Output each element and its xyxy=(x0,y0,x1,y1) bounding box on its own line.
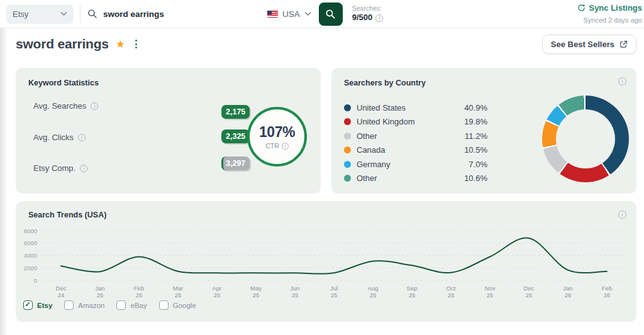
searches-quota-label: Searches: xyxy=(352,4,384,13)
svg-text:Feb26: Feb26 xyxy=(602,285,612,299)
stat-value-badge: 2,175 xyxy=(221,105,250,119)
checkbox-icon xyxy=(64,300,74,310)
stat-label: Avg. Searches xyxy=(33,101,86,111)
searchers-by-country-card: Searchers by Country United States 40.9%… xyxy=(331,68,636,194)
stat-row-avg-clicks: Avg. Clicks xyxy=(33,133,86,142)
legend-label: Other xyxy=(357,131,456,141)
stat-row-etsy-comp: Etsy Comp. xyxy=(33,163,87,173)
search-trends-card: Search Trends (USA) 02000400060008000Dec… xyxy=(16,201,636,322)
svg-text:Feb25: Feb25 xyxy=(134,285,144,299)
legend-row: Canada 10.5% xyxy=(344,143,487,158)
svg-text:0: 0 xyxy=(34,277,37,284)
checkbox-icon xyxy=(116,300,126,310)
legend-pct: 10.6% xyxy=(456,173,487,183)
legend-pct: 19.8% xyxy=(456,117,487,126)
country-donut-chart xyxy=(542,96,629,182)
kebab-menu-icon[interactable] xyxy=(133,38,139,50)
legend-pct: 40.9% xyxy=(456,103,487,113)
legend-row: Germany 7.0% xyxy=(344,157,487,172)
svg-text:Jul25: Jul25 xyxy=(330,285,338,299)
legend-label: United Kingdom xyxy=(357,117,456,126)
svg-text:Apr25: Apr25 xyxy=(213,285,222,299)
usa-flag-icon xyxy=(267,11,278,18)
legend-pct: 11.2% xyxy=(456,131,487,141)
app-root: Etsy USA Searches: xyxy=(0,0,644,335)
info-icon[interactable] xyxy=(618,211,626,219)
platform-filter-amazon[interactable]: Amazon xyxy=(64,300,104,310)
legend-dot xyxy=(344,161,351,168)
country-selector-value: USA xyxy=(282,9,300,19)
legend-pct: 7.0% xyxy=(456,160,487,169)
legend-row: Other 10.6% xyxy=(344,172,487,186)
legend-row: United States 40.9% xyxy=(344,101,487,115)
svg-text:Jan25: Jan25 xyxy=(95,285,104,299)
svg-text:6000: 6000 xyxy=(24,239,37,246)
svg-text:Nov25: Nov25 xyxy=(485,285,496,299)
searchers-by-country-title: Searchers by Country xyxy=(344,79,624,87)
platform-selector[interactable]: Etsy xyxy=(6,4,74,24)
country-selector[interactable]: USA xyxy=(267,9,311,19)
searches-quota-value: 9/500 xyxy=(352,13,373,23)
legend-dot xyxy=(344,133,351,140)
platform-filter-label: Etsy xyxy=(37,302,52,309)
search-icon xyxy=(325,9,336,19)
legend-label: Other xyxy=(357,173,456,183)
info-icon[interactable] xyxy=(78,134,86,141)
platform-filter-google[interactable]: Google xyxy=(159,300,196,310)
stat-value-badge: 3,297 xyxy=(221,157,250,170)
see-best-sellers-button[interactable]: See Best Sellers xyxy=(542,35,636,54)
search-icon xyxy=(87,9,97,19)
chevron-down-icon xyxy=(60,11,67,16)
svg-text:May25: May25 xyxy=(250,285,262,299)
info-icon[interactable] xyxy=(618,77,626,85)
platform-selector-value: Etsy xyxy=(13,9,28,19)
info-icon[interactable] xyxy=(375,14,383,22)
svg-text:Jun25: Jun25 xyxy=(290,285,299,299)
platform-filters: Etsy Amazon eBay Google xyxy=(23,300,196,310)
donut-hole xyxy=(556,109,615,168)
external-link-icon xyxy=(619,40,628,48)
stat-row-avg-searches: Avg. Searches xyxy=(33,101,98,111)
sync-listings-label: Sync Listings xyxy=(589,3,642,14)
svg-text:4000: 4000 xyxy=(24,252,37,259)
platform-filter-label: Google xyxy=(173,302,196,309)
checkbox-icon xyxy=(159,300,169,310)
keyword-search-input[interactable] xyxy=(103,9,248,19)
platform-filter-label: eBay xyxy=(130,302,147,309)
country-legend: United States 40.9% United Kingdom 19.8%… xyxy=(344,101,487,185)
svg-text:Dec25: Dec25 xyxy=(524,285,535,299)
search-trends-title: Search Trends (USA) xyxy=(28,211,624,219)
info-icon[interactable] xyxy=(282,143,289,150)
info-icon[interactable] xyxy=(91,102,98,110)
search-submit-button[interactable] xyxy=(319,3,343,26)
keyword-search xyxy=(87,9,264,19)
svg-text:Mar25: Mar25 xyxy=(173,285,183,299)
legend-dot xyxy=(344,146,351,153)
platform-filter-etsy[interactable]: Etsy xyxy=(23,300,52,310)
ctr-label: CTR xyxy=(265,142,279,150)
svg-text:8000: 8000 xyxy=(24,228,37,234)
legend-dot xyxy=(344,175,351,182)
info-icon[interactable] xyxy=(80,165,87,172)
page-header: sword earrings ★ See Best Sellers xyxy=(0,31,644,57)
legend-row: Other 11.2% xyxy=(344,129,487,143)
topbar-divider xyxy=(80,6,80,23)
ctr-value: 107% xyxy=(259,124,295,141)
keyword-statistics-card: Keyword Statistics Avg. Searches 2,175 A… xyxy=(16,68,321,194)
sync-listings-button[interactable]: Sync Listings xyxy=(577,3,642,14)
favorite-star-icon[interactable]: ★ xyxy=(116,38,125,51)
legend-label: Canada xyxy=(357,145,456,155)
sync-status-text: Synced 2 days ago xyxy=(577,16,642,25)
platform-filter-label: Amazon xyxy=(78,302,104,309)
sync-listings: Sync Listings Synced 2 days ago xyxy=(577,3,642,25)
stat-value-badge: 2,325 xyxy=(221,129,250,143)
topbar: Etsy USA Searches: xyxy=(0,0,644,28)
left-edge-shadow xyxy=(0,28,8,335)
ctr-gauge: 107% CTR xyxy=(247,107,307,167)
stat-label: Avg. Clicks xyxy=(33,133,74,142)
svg-text:2000: 2000 xyxy=(24,265,37,272)
trend-chart-svg: 02000400060008000Dec24Jan25Feb25Mar25Apr… xyxy=(16,220,636,305)
legend-dot xyxy=(344,104,351,111)
legend-label: Germany xyxy=(357,160,456,169)
platform-filter-ebay[interactable]: eBay xyxy=(116,300,147,310)
